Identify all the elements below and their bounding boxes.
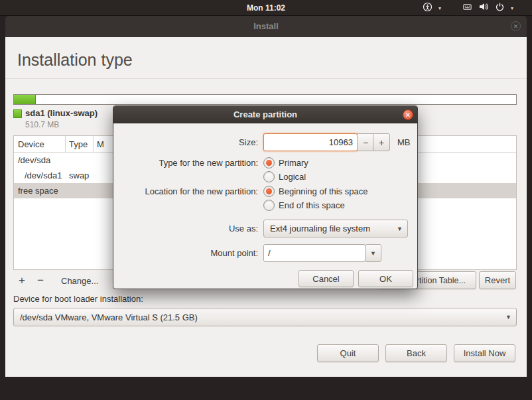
top-panel: Mon 11:02 ▾ ▾ xyxy=(0,0,532,16)
mount-point-dropdown-button[interactable]: ▼ xyxy=(365,244,381,262)
bootloader-device-value: /dev/sda VMware, VMware Virtual S (21.5 … xyxy=(14,312,501,322)
dialog-title: Create partition xyxy=(113,106,417,123)
use-as-value: Ext4 journaling file system xyxy=(264,224,392,233)
window-title: Install xyxy=(5,16,527,37)
quit-button[interactable]: Quit xyxy=(317,344,379,362)
size-label: Size: xyxy=(119,133,258,151)
cell-type: swap xyxy=(69,168,89,183)
window-titlebar: Install ✕ xyxy=(5,16,527,37)
chevron-down-icon: ▼ xyxy=(370,250,376,257)
partition-location-label: Location for the new partition: xyxy=(119,186,258,197)
radio-selected-icon[interactable] xyxy=(263,186,275,197)
radio-selected-icon[interactable] xyxy=(263,157,275,168)
radio-label: Primary xyxy=(279,158,308,168)
bootloader-device-select[interactable]: /dev/sda VMware, VMware Virtual S (21.5 … xyxy=(13,308,517,326)
legend-color-swatch xyxy=(13,109,22,118)
partition-segment-free xyxy=(36,95,516,104)
column-header-type[interactable]: Type xyxy=(69,136,88,153)
use-as-label: Use as: xyxy=(119,220,258,237)
size-increase-button[interactable]: + xyxy=(373,133,390,151)
system-tray: ▾ ▾ xyxy=(423,0,513,16)
create-partition-dialog: Create partition ✕ Size: − + MB Type for… xyxy=(113,105,418,289)
power-icon[interactable] xyxy=(495,2,505,15)
partition-type-label: Type for the new partition: xyxy=(119,157,258,168)
add-partition-button[interactable]: + xyxy=(13,272,31,289)
cell-device: free space xyxy=(14,186,58,196)
keyboard-indicator-icon[interactable] xyxy=(462,2,472,15)
size-unit-label: MB xyxy=(397,133,411,151)
column-separator xyxy=(93,136,94,153)
change-button[interactable]: Change... xyxy=(56,272,103,289)
radio-label: Logical xyxy=(279,172,306,182)
volume-icon[interactable] xyxy=(478,1,489,15)
legend-partition-name: sda1 (linux-swap) xyxy=(25,108,98,118)
page-title: Installation type xyxy=(17,50,133,70)
use-as-select[interactable]: Ext4 journaling file system ▼ xyxy=(263,220,408,237)
dialog-titlebar[interactable]: Create partition ✕ xyxy=(113,106,417,123)
column-separator xyxy=(65,136,66,153)
mount-point-input[interactable] xyxy=(263,244,366,262)
radio-logical[interactable]: Logical xyxy=(263,171,306,182)
radio-label: Beginning of this space xyxy=(279,186,367,196)
chevron-down-icon: ▼ xyxy=(501,308,516,326)
accessibility-icon[interactable] xyxy=(423,2,432,15)
radio-label: End of this space xyxy=(279,200,345,210)
cancel-button[interactable]: Cancel xyxy=(299,270,354,287)
mount-point-label: Mount point: xyxy=(119,244,258,262)
window-close-icon[interactable]: ✕ xyxy=(511,21,521,31)
radio-unselected-icon[interactable] xyxy=(263,200,275,211)
ok-button[interactable]: OK xyxy=(358,270,413,287)
cell-device: /dev/sda xyxy=(14,155,50,165)
chevron-down-icon[interactable]: ▾ xyxy=(511,5,513,11)
back-button[interactable]: Back xyxy=(385,344,447,362)
remove-partition-button[interactable]: − xyxy=(32,272,49,289)
revert-button[interactable]: Revert xyxy=(479,271,516,289)
partition-segment-sda1 xyxy=(14,95,36,104)
column-header-device[interactable]: Device xyxy=(18,136,44,153)
radio-end[interactable]: End of this space xyxy=(263,200,345,211)
radio-primary[interactable]: Primary xyxy=(263,157,308,168)
column-header-mount[interactable]: M xyxy=(97,136,104,153)
chevron-down-icon: ▼ xyxy=(392,220,407,237)
radio-unselected-icon[interactable] xyxy=(263,171,275,182)
screen: Mon 11:02 ▾ ▾ Install ✕ Installation typ… xyxy=(0,0,532,400)
size-decrease-button[interactable]: − xyxy=(357,133,374,151)
bootloader-label: Device for boot loader installation: xyxy=(13,294,143,304)
chevron-down-icon[interactable]: ▾ xyxy=(438,5,441,11)
size-input[interactable] xyxy=(263,133,358,151)
dialog-close-icon[interactable]: ✕ xyxy=(403,109,413,120)
radio-beginning[interactable]: Beginning of this space xyxy=(263,186,367,197)
cell-device: /dev/sda1 xyxy=(14,170,62,180)
header-divider xyxy=(5,78,527,79)
partition-overview-bar xyxy=(13,94,517,105)
install-now-button[interactable]: Install Now xyxy=(454,344,515,362)
legend-partition-size: 510.7 MB xyxy=(25,120,59,129)
